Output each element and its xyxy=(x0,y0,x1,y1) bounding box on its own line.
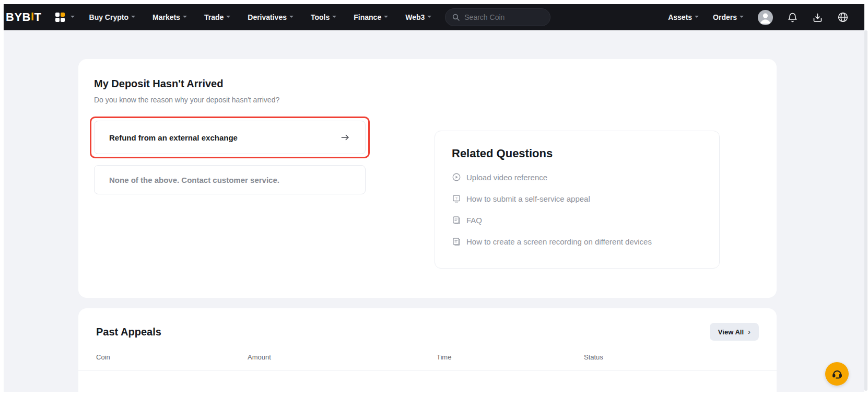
chevron-down-icon xyxy=(289,16,294,18)
column-header-amount: Amount xyxy=(248,353,437,361)
headset-icon xyxy=(831,368,843,380)
reason-options: Refund from an external exchange None of… xyxy=(94,121,366,194)
related-link-upload-video[interactable]: Upload video reference xyxy=(452,172,702,182)
nav-item-tools[interactable]: Tools xyxy=(311,13,336,21)
option-contact-customer-service[interactable]: None of the above. Contact customer serv… xyxy=(94,165,366,194)
chevron-down-icon xyxy=(384,16,388,18)
customer-support-button[interactable] xyxy=(825,362,849,386)
appeals-table-header: Coin Amount Time Status xyxy=(78,353,777,370)
notifications-button[interactable] xyxy=(787,12,798,23)
bell-icon xyxy=(787,12,798,23)
bybit-logo[interactable]: BYBIT xyxy=(6,10,42,24)
nav-item-derivatives[interactable]: Derivatives xyxy=(248,13,294,21)
coin-search[interactable] xyxy=(445,8,550,26)
play-circle-icon xyxy=(452,172,461,182)
nav-links: Buy Crypto Markets Trade Derivatives Too… xyxy=(89,13,432,21)
past-appeals-title: Past Appeals xyxy=(96,326,161,338)
nav-item-trade[interactable]: Trade xyxy=(204,13,230,21)
logo-text-left: BYB xyxy=(6,10,31,24)
page-title: My Deposit Hasn't Arrived xyxy=(94,78,761,90)
related-questions-card: Related Questions Upload video reference… xyxy=(435,131,720,269)
user-avatar[interactable] xyxy=(758,10,773,25)
nav-item-markets[interactable]: Markets xyxy=(153,13,187,21)
grid-icon xyxy=(55,13,65,22)
chevron-down-icon xyxy=(695,16,699,18)
column-header-coin: Coin xyxy=(96,353,248,361)
nav-item-web3[interactable]: Web3 xyxy=(405,13,431,21)
nav-item-orders[interactable]: Orders xyxy=(713,13,744,21)
svg-text:?: ? xyxy=(455,196,458,200)
page-background: My Deposit Hasn't Arrived Do you know th… xyxy=(4,30,864,392)
chevron-down-icon xyxy=(183,16,187,18)
arrow-right-icon xyxy=(340,132,350,143)
column-header-time: Time xyxy=(437,353,584,361)
chevron-right-icon: › xyxy=(748,327,750,336)
nav-item-assets[interactable]: Assets xyxy=(668,13,699,21)
column-header-status: Status xyxy=(584,353,759,361)
search-icon xyxy=(452,13,460,21)
related-link-self-service-appeal[interactable]: ? How to submit a self-service appeal xyxy=(452,194,702,203)
chevron-down-icon xyxy=(131,16,135,18)
related-questions-title: Related Questions xyxy=(452,147,702,160)
logo-text-mid: I xyxy=(31,10,34,24)
chevron-down-icon xyxy=(226,16,230,18)
chevron-down-icon xyxy=(71,16,75,18)
search-input[interactable] xyxy=(464,13,537,21)
related-link-faq[interactable]: FAQ xyxy=(452,215,702,225)
navbar-right: Assets Orders xyxy=(668,10,849,25)
deposit-not-arrived-card: My Deposit Hasn't Arrived Do you know th… xyxy=(78,59,777,298)
view-all-button[interactable]: View All › xyxy=(710,323,759,341)
logo-text-right: T xyxy=(34,10,42,24)
download-icon xyxy=(812,12,823,23)
page-scrollbar[interactable] xyxy=(864,30,867,391)
chevron-down-icon xyxy=(427,16,431,18)
question-bubble-icon: ? xyxy=(452,194,461,203)
past-appeals-card: Past Appeals View All › Coin Amount Time… xyxy=(78,308,777,392)
chevron-down-icon xyxy=(740,16,744,18)
option-refund-external-exchange[interactable]: Refund from an external exchange xyxy=(94,121,366,154)
past-appeals-header: Past Appeals View All › xyxy=(78,323,777,341)
chevron-down-icon xyxy=(332,16,336,18)
nav-item-buy-crypto[interactable]: Buy Crypto xyxy=(89,13,135,21)
related-link-screen-recording[interactable]: How to create a screen recording on diff… xyxy=(452,237,702,246)
document-icon xyxy=(452,215,461,225)
page-subtitle: Do you know the reason why your deposit … xyxy=(94,96,761,104)
person-icon xyxy=(758,10,773,25)
top-navbar: BYBIT Buy Crypto Markets Trade Derivativ… xyxy=(4,4,864,30)
language-button[interactable] xyxy=(837,11,849,23)
document-icon xyxy=(452,237,461,246)
globe-icon xyxy=(837,11,849,23)
download-button[interactable] xyxy=(812,12,823,23)
nav-item-finance[interactable]: Finance xyxy=(354,13,388,21)
apps-grid-menu[interactable] xyxy=(55,13,75,22)
